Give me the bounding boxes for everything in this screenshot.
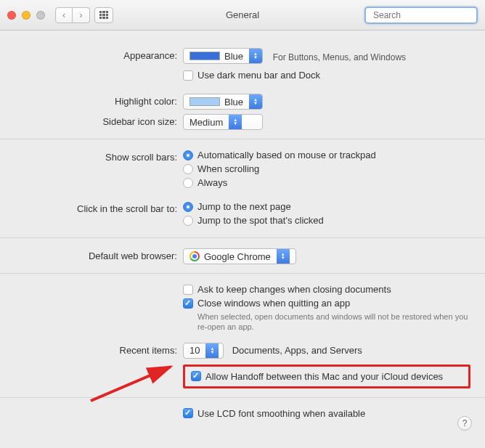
section-divider [0, 397, 485, 398]
radio-label: When scrolling [197, 163, 259, 174]
color-swatch-icon [189, 97, 220, 106]
appearance-value: Blue [224, 51, 243, 62]
sidebar-size-label: Sidebar icon size: [15, 114, 183, 127]
appearance-hint: For Buttons, Menus, and Windows [273, 52, 406, 62]
dark-menu-label: Use dark menu bar and Dock [197, 70, 320, 81]
browser-label: Default web browser: [15, 248, 183, 261]
highlight-value: Blue [224, 97, 243, 107]
scrollbars-label: Show scroll bars: [15, 150, 183, 163]
chevron-left-icon: ‹ [62, 10, 65, 20]
chrome-icon [189, 251, 200, 261]
question-icon: ? [462, 418, 468, 428]
section-divider [0, 273, 485, 274]
scrollbars-always-radio[interactable] [183, 178, 193, 188]
show-all-button[interactable] [94, 7, 113, 23]
recent-items-suffix: Documents, Apps, and Servers [232, 345, 362, 356]
close-windows-checkbox[interactable] [183, 298, 193, 309]
section-divider [0, 139, 485, 139]
radio-label: Jump to the next page [197, 201, 291, 212]
close-window-button[interactable] [7, 11, 16, 20]
close-windows-label: Close windows when quitting an app [197, 298, 350, 309]
search-input[interactable] [373, 10, 482, 20]
sidebar-size-value: Medium [189, 117, 223, 128]
highlight-select[interactable]: Blue ▲▼ [183, 94, 263, 110]
highlight-label: Highlight color: [15, 94, 183, 107]
help-button[interactable]: ? [457, 416, 472, 431]
handoff-label: Allow Handoff between this Mac and your … [205, 371, 443, 382]
stepper-icon: ▲▼ [229, 115, 242, 129]
lcd-smoothing-label: Use LCD font smoothing when available [197, 408, 365, 419]
appearance-label: Appearance: [15, 48, 183, 61]
scrollclick-radios: Jump to the next page Jump to the spot t… [183, 201, 470, 229]
nav-buttons: ‹ › [55, 7, 90, 23]
content-area: Appearance: Blue ▲▼ For Buttons, Menus, … [0, 30, 485, 448]
search-field[interactable] [364, 7, 478, 24]
recent-items-label: Recent items: [15, 343, 183, 356]
appearance-select[interactable]: Blue ▲▼ [183, 48, 263, 64]
stepper-icon: ▲▼ [249, 49, 262, 63]
lcd-smoothing-checkbox[interactable] [183, 408, 193, 418]
minimize-window-button[interactable] [22, 11, 30, 20]
back-button[interactable]: ‹ [55, 7, 73, 23]
titlebar: ‹ › General [0, 0, 485, 30]
radio-label: Jump to the spot that's clicked [197, 215, 324, 226]
browser-value: Google Chrome [204, 251, 271, 262]
scrollclick-page-radio[interactable] [183, 202, 193, 212]
recent-items-value: 10 [189, 345, 200, 356]
scrollbars-radios: Automatically based on mouse or trackpad… [183, 150, 470, 191]
stepper-icon: ▲▼ [249, 94, 262, 109]
annotation-highlight: Allow Handoff between this Mac and your … [183, 364, 470, 388]
radio-label: Automatically based on mouse or trackpad [197, 150, 376, 160]
browser-select[interactable]: Google Chrome ▲▼ [183, 248, 296, 264]
stepper-icon: ▲▼ [277, 249, 290, 264]
close-windows-hint: When selected, open documents and window… [197, 311, 470, 333]
grid-icon [99, 11, 108, 20]
scrollclick-label: Click in the scroll bar to: [15, 201, 183, 214]
scrollbars-auto-radio[interactable] [183, 150, 193, 160]
section-divider [0, 237, 485, 238]
window-controls [7, 11, 45, 20]
preferences-window: ‹ › General Appearance: Blue ▲▼ For Butt… [0, 0, 485, 448]
sidebar-size-select[interactable]: Medium ▲▼ [183, 114, 263, 130]
radio-label: Always [197, 177, 227, 188]
chevron-right-icon: › [80, 10, 83, 20]
forward-button[interactable]: › [73, 7, 90, 23]
ask-keep-changes-label: Ask to keep changes when closing documen… [197, 284, 391, 295]
zoom-window-button[interactable] [36, 11, 45, 20]
stepper-icon: ▲▼ [205, 343, 219, 358]
color-swatch-icon [189, 52, 220, 60]
handoff-checkbox[interactable] [191, 371, 201, 381]
ask-keep-changes-checkbox[interactable] [183, 285, 193, 295]
dark-menu-checkbox[interactable] [183, 70, 193, 81]
scrollclick-spot-radio[interactable] [183, 216, 193, 226]
recent-items-select[interactable]: 10 ▲▼ [183, 343, 224, 359]
scrollbars-scrolling-radio[interactable] [183, 164, 193, 174]
